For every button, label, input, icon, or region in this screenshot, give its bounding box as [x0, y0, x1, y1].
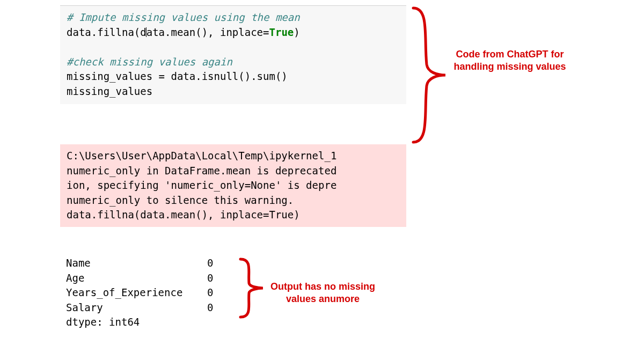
warning-line: numeric_only in DataFrame.mean is deprec…	[67, 164, 400, 179]
warning-output: C:\Users\User\AppData\Local\Temp\ipykern…	[60, 144, 406, 227]
output-label: Salary	[66, 302, 103, 313]
output-value: 0	[207, 257, 213, 269]
brace-annotation-icon	[236, 256, 268, 320]
output-value: 0	[207, 286, 213, 298]
warning-line: C:\Users\User\AppData\Local\Temp\ipykern…	[67, 149, 400, 164]
output-value: 0	[207, 272, 213, 284]
output-label: Years_of_Experience	[66, 286, 182, 298]
warning-line: ion, specifying 'numeric_only=None' is d…	[67, 178, 400, 193]
text-cursor-icon	[146, 27, 147, 37]
code-comment: #check missing values again	[67, 56, 232, 68]
warning-line: numeric_only to silence this warning.	[67, 193, 400, 208]
output-row: Years_of_Experience 0	[66, 286, 214, 298]
output-row: Name 0	[66, 257, 214, 269]
code-line: missing_values	[67, 84, 400, 99]
output-value: 0	[207, 302, 213, 313]
output-row: Age 0	[66, 272, 214, 284]
code-text: )	[294, 26, 299, 38]
annotation-label: Code from ChatGPT for handling missing v…	[453, 48, 566, 74]
code-text: ata.mean(), inplace=	[147, 26, 269, 38]
warning-line: data.fillna(data.mean(), inplace=True)	[67, 208, 400, 223]
code-comment: # Impute missing values using the mean	[67, 11, 300, 23]
brace-annotation-icon	[408, 5, 451, 145]
output-block: Name 0 Age 0 Years_of_Experience 0 Salar…	[66, 256, 214, 330]
code-cell: # Impute missing values using the mean d…	[60, 5, 406, 104]
code-line: data.fillna(data.mean(), inplace=True)	[67, 25, 400, 40]
output-dtype: dtype: int64	[66, 316, 140, 328]
output-label: Name	[66, 257, 91, 269]
code-keyword: True	[269, 26, 294, 38]
code-text: data.fillna(d	[67, 26, 147, 38]
output-row: Salary 0	[66, 302, 214, 313]
annotation-label: Output has no missing values anumore	[270, 281, 375, 306]
output-label: Age	[66, 272, 84, 284]
code-line: missing_values = data.isnull().sum()	[67, 69, 400, 84]
